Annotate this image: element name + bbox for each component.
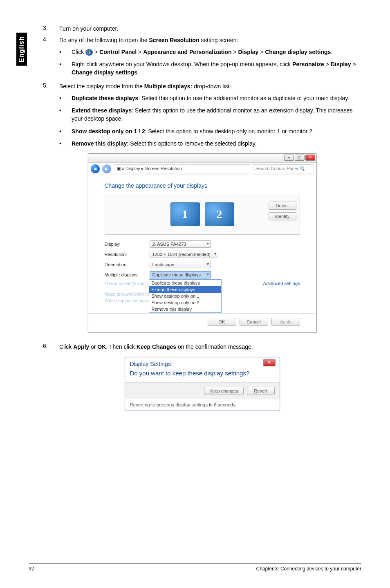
page-number: 32 — [29, 566, 34, 572]
multiple-displays-menu[interactable]: Duplicate these displays Extend these di… — [149, 279, 222, 313]
step-number: 6. — [43, 343, 59, 351]
maximize-button[interactable]: ▢ — [295, 155, 305, 161]
advanced-settings-link[interactable]: Advanced settings — [263, 281, 300, 286]
minimize-button[interactable]: – — [284, 155, 294, 161]
display-label: Display: — [105, 242, 150, 247]
detect-button[interactable]: Detect — [269, 202, 296, 210]
search-input[interactable]: Search Control Panel 🔍 — [253, 164, 314, 173]
bullet-dot: • — [59, 139, 72, 148]
multiple-displays-label: Multiple displays: — [105, 272, 150, 277]
step-text: Turn on your computer. — [59, 25, 361, 33]
screen-resolution-window: – ▢ ✕ ◄ ► ▣ « Display ▸ Screen Resolutio… — [88, 153, 317, 333]
step-number: 3. — [43, 25, 59, 33]
monitor-1[interactable]: 1 — [170, 202, 200, 226]
step-text: Select the display mode from the Multipl… — [59, 82, 361, 90]
resolution-label: Resolution: — [105, 252, 150, 257]
monitor-2[interactable]: 2 — [205, 202, 234, 226]
bullet-dot: • — [59, 48, 72, 56]
apply-button[interactable]: Apply — [271, 318, 300, 326]
bullet-text: Duplicate these displays: Select this op… — [72, 94, 361, 102]
back-button[interactable]: ◄ — [91, 164, 100, 173]
bullet-text: Remove this display: Select this options… — [72, 139, 361, 148]
revert-button[interactable]: Revert — [247, 387, 275, 395]
orientation-dropdown[interactable]: Landscape — [150, 261, 211, 268]
bullet-dot: • — [59, 60, 72, 77]
menu-option-duplicate[interactable]: Duplicate these displays — [149, 280, 221, 286]
close-button[interactable]: ✕ — [305, 155, 315, 161]
window-titlebar[interactable]: – ▢ ✕ — [88, 154, 316, 163]
menu-option-extend[interactable]: Extend these displays — [149, 286, 221, 293]
language-tab: English — [16, 33, 27, 66]
display-dropdown[interactable]: 2. ASUS PA4273 — [150, 240, 211, 248]
bullet-dot: • — [59, 106, 72, 123]
dialog-footer-text: Reverting to previous display settings i… — [125, 399, 280, 411]
panel-heading: Change the appearance of your displays — [105, 182, 300, 189]
resolution-dropdown[interactable]: 1280 × 1024 (recommended) — [150, 251, 218, 258]
step-text: Do any of the following to open the Scre… — [59, 36, 361, 44]
menu-option-show1[interactable]: Show desktop only on 1 — [149, 293, 221, 299]
bullet-text: Click > Control Panel > Appearance and P… — [72, 48, 361, 56]
identify-button[interactable]: Identify — [269, 212, 296, 220]
dialog-question: Do you want to keep these display settin… — [125, 369, 280, 382]
monitor-preview[interactable]: 1 2 Detect Identify — [105, 194, 300, 235]
step-number: 5. — [43, 82, 59, 90]
bullet-dot: • — [59, 94, 72, 102]
forward-button[interactable]: ► — [102, 164, 111, 173]
keep-changes-button[interactable]: Keep changes — [204, 387, 243, 395]
step-number: 4. — [43, 36, 59, 44]
chapter-title: Chapter 3: Connecting devices to your co… — [256, 566, 361, 572]
menu-option-remove[interactable]: Remove this display — [149, 306, 221, 312]
step-text: Click Apply or OK. Then click Keep Chang… — [59, 343, 361, 351]
ok-button[interactable]: OK — [208, 318, 236, 326]
cancel-button[interactable]: Cancel — [240, 318, 268, 326]
windows-start-icon — [85, 49, 93, 56]
bullet-dot: • — [59, 127, 72, 135]
confirmation-dialog: Display Settings ✕ Do you want to keep t… — [125, 357, 280, 411]
breadcrumb[interactable]: ▣ « Display ▸ Screen Resolution — [114, 164, 250, 173]
multiple-displays-dropdown[interactable]: Duplicate these displays — [150, 271, 211, 278]
dialog-title: Display Settings — [130, 361, 171, 367]
dialog-close-button[interactable]: ✕ — [263, 359, 276, 366]
orientation-label: Orientation: — [105, 262, 150, 267]
bullet-text: Show desktop only on 1 / 2: Select this … — [72, 127, 361, 135]
menu-option-show2[interactable]: Show desktop only on 2 — [149, 299, 221, 306]
bullet-text: Right click anywhere on your Windows des… — [72, 60, 361, 77]
bullet-text: Extend these displays: Select this optio… — [72, 106, 361, 123]
